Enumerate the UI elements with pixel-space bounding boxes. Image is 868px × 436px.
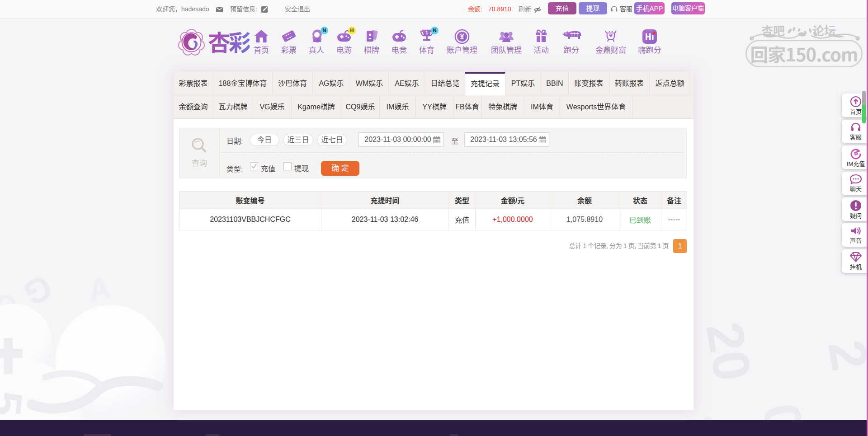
svg-text:C: C bbox=[854, 152, 858, 156]
svg-text:¥: ¥ bbox=[460, 33, 464, 41]
svg-text:1: 1 bbox=[425, 30, 428, 35]
